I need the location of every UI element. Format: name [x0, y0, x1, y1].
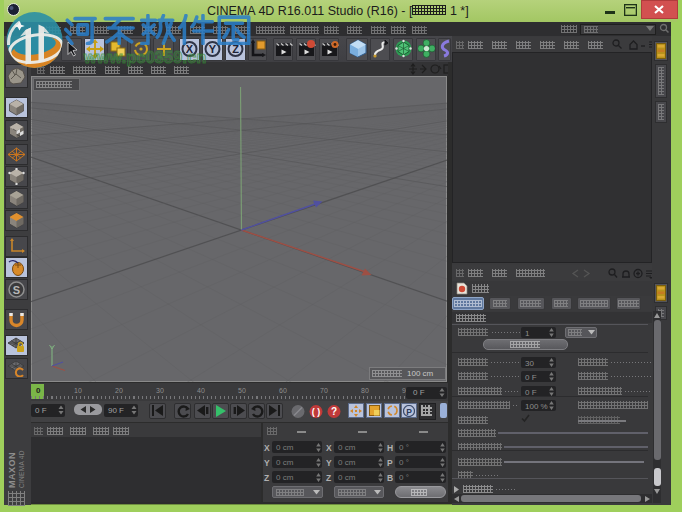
svg-text:Z: Z — [232, 43, 239, 55]
svg-text:www.pc0359.cn: www.pc0359.cn — [83, 49, 206, 66]
svg-text:S: S — [13, 284, 20, 296]
svg-text:( ): ( ) — [312, 406, 321, 416]
svg-text:P: P — [406, 406, 412, 416]
svg-text:?: ? — [331, 406, 337, 417]
